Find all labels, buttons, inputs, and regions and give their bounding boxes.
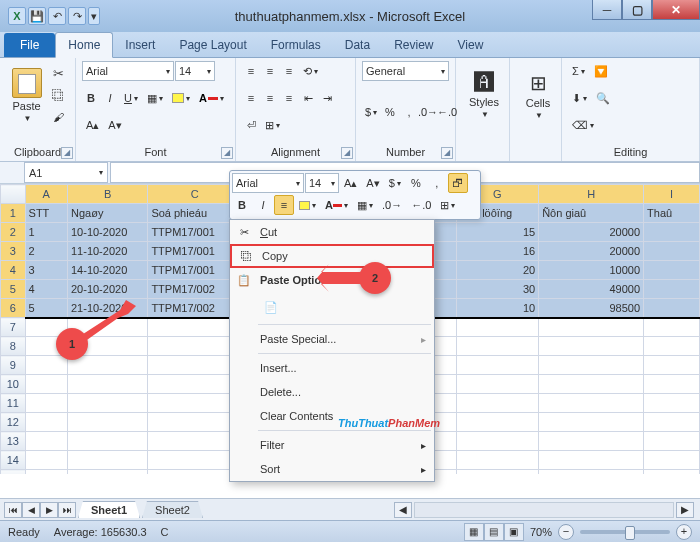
indent-inc-button[interactable]: ⇥ <box>318 88 336 108</box>
font-launcher[interactable]: ◢ <box>221 147 233 159</box>
find-button[interactable]: 🔍 <box>592 88 614 108</box>
orientation-button[interactable]: ⟲▾ <box>299 61 322 81</box>
mini-bold[interactable]: B <box>232 195 252 215</box>
cell[interactable] <box>456 337 539 356</box>
close-button[interactable]: ✕ <box>652 0 700 20</box>
cell[interactable] <box>644 337 700 356</box>
ctx-cut[interactable]: ✂Cut <box>230 220 434 244</box>
mini-align-center[interactable]: ≡ <box>274 195 294 215</box>
tab-insert[interactable]: Insert <box>113 33 167 57</box>
font-name-combo[interactable]: Arial▾ <box>82 61 174 81</box>
mini-size-combo[interactable]: 14▾ <box>305 173 339 193</box>
cell[interactable] <box>456 413 539 432</box>
sheet-tab-2[interactable]: Sheet2 <box>142 501 203 518</box>
percent-button[interactable]: % <box>381 102 399 122</box>
excel-icon[interactable]: X <box>8 7 26 25</box>
bold-button[interactable]: B <box>82 88 100 108</box>
cell[interactable] <box>644 280 700 299</box>
mini-border[interactable]: ▦▾ <box>353 195 377 215</box>
align-right-button[interactable]: ≡ <box>280 88 298 108</box>
cell[interactable] <box>539 432 644 451</box>
cell[interactable] <box>67 413 147 432</box>
cell[interactable]: 11-10-2020 <box>67 242 147 261</box>
tab-home[interactable]: Home <box>55 32 113 58</box>
font-color-button[interactable]: A▾ <box>195 88 228 108</box>
dec-decimal-button[interactable]: ←.0 <box>438 102 456 122</box>
cell[interactable] <box>148 432 242 451</box>
cell[interactable]: TTPM17/001 <box>148 223 242 242</box>
fill-button[interactable]: ⬇▾ <box>568 88 591 108</box>
row-header[interactable]: 9 <box>1 356 26 375</box>
row-header[interactable]: 14 <box>1 451 26 470</box>
autosum-button[interactable]: Σ▾ <box>568 61 589 81</box>
copy-button[interactable] <box>48 85 69 105</box>
cell[interactable] <box>644 394 700 413</box>
cell[interactable] <box>25 394 67 413</box>
sheet-tab-1[interactable]: Sheet1 <box>78 501 140 518</box>
view-normal[interactable]: ▦ <box>464 523 484 541</box>
cell[interactable]: 20 <box>456 261 539 280</box>
zoom-in[interactable]: + <box>676 524 692 540</box>
zoom-out[interactable]: − <box>558 524 574 540</box>
cell[interactable]: 5 <box>25 299 67 318</box>
cell[interactable] <box>539 356 644 375</box>
clipboard-launcher[interactable]: ◢ <box>61 147 73 159</box>
cell[interactable] <box>644 413 700 432</box>
name-box-input[interactable] <box>29 167 97 179</box>
cell[interactable] <box>539 394 644 413</box>
ctx-delete[interactable]: Delete... <box>230 380 434 404</box>
cell[interactable]: 10000 <box>539 261 644 280</box>
merge-button[interactable]: ⊞▾ <box>261 116 284 136</box>
sheet-nav-next[interactable]: ▶ <box>40 502 58 518</box>
paste-button[interactable]: Paste ▼ <box>6 61 47 129</box>
zoom-level[interactable]: 70% <box>530 526 552 538</box>
maximize-button[interactable]: ▢ <box>622 0 652 20</box>
shrink-font-button[interactable]: A▾ <box>104 116 125 136</box>
cell[interactable] <box>539 375 644 394</box>
cell[interactable] <box>456 318 539 337</box>
cell[interactable] <box>25 451 67 470</box>
cell[interactable]: TTPM17/002 <box>148 280 242 299</box>
wrap-text-button[interactable]: ⏎ <box>242 116 260 136</box>
row-header[interactable]: 11 <box>1 394 26 413</box>
cell[interactable] <box>148 356 242 375</box>
grow-font-button[interactable]: A▴ <box>82 116 103 136</box>
fill-color-button[interactable]: ▾ <box>168 88 194 108</box>
cell[interactable] <box>644 356 700 375</box>
undo-button[interactable]: ↶ <box>48 7 66 25</box>
align-top-button[interactable]: ≡ <box>242 61 260 81</box>
hscroll-right[interactable]: ▶ <box>676 502 694 518</box>
cell[interactable] <box>148 318 242 337</box>
cell[interactable] <box>456 356 539 375</box>
cell[interactable] <box>456 375 539 394</box>
format-painter-button[interactable] <box>48 107 69 127</box>
cell[interactable]: Soá phieáu <box>148 204 242 223</box>
cell[interactable]: 98500 <box>539 299 644 318</box>
cell[interactable] <box>67 451 147 470</box>
view-pagebreak[interactable]: ▣ <box>504 523 524 541</box>
cell[interactable]: TTPM17/001 <box>148 261 242 280</box>
cell[interactable] <box>644 242 700 261</box>
cell[interactable] <box>67 375 147 394</box>
col-header[interactable]: I <box>644 185 700 204</box>
file-tab[interactable]: File <box>4 33 55 57</box>
cell[interactable] <box>25 470 67 475</box>
ctx-insert[interactable]: Insert... <box>230 356 434 380</box>
cells-button[interactable]: ⊞ Cells▼ <box>516 61 560 129</box>
align-bottom-button[interactable]: ≡ <box>280 61 298 81</box>
redo-button[interactable]: ↷ <box>68 7 86 25</box>
cell[interactable] <box>67 470 147 475</box>
underline-button[interactable]: U▾ <box>120 88 142 108</box>
cell[interactable] <box>644 318 700 337</box>
hscroll-left[interactable]: ◀ <box>394 502 412 518</box>
mini-dec-dec[interactable]: ←.0 <box>407 195 435 215</box>
sheet-nav-first[interactable]: ⏮ <box>4 502 22 518</box>
cell[interactable] <box>644 432 700 451</box>
sheet-nav-prev[interactable]: ◀ <box>22 502 40 518</box>
cell[interactable] <box>644 375 700 394</box>
minimize-button[interactable]: ─ <box>592 0 622 20</box>
ctx-filter[interactable]: Filter <box>230 433 434 457</box>
tab-page-layout[interactable]: Page Layout <box>167 33 258 57</box>
cell[interactable] <box>67 394 147 413</box>
align-center-button[interactable]: ≡ <box>261 88 279 108</box>
